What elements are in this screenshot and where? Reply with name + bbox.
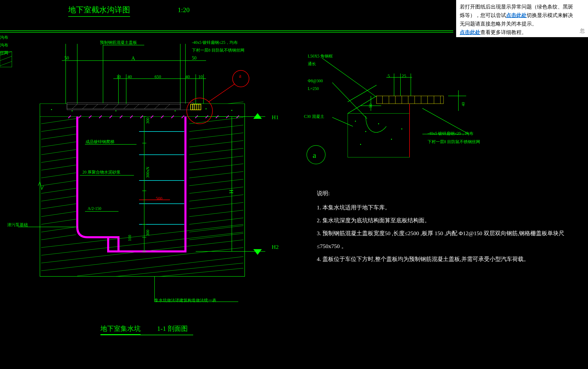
dim-650: 650 xyxy=(155,74,161,79)
detail-l250: L=250 xyxy=(308,86,319,91)
dim-v-300xN: 300xN xyxy=(146,167,150,178)
pump-base-label: 潜污泵基础 xyxy=(7,222,28,228)
dim-40: 40 xyxy=(127,74,132,79)
note-3: 3. 预制钢筋混凝土盖板宽度50 ,长度≤2500 ,板厚 150 ,内配 Φ1… xyxy=(317,229,564,237)
dim-10-r: 10 xyxy=(198,74,203,79)
svg-line-37 xyxy=(189,210,243,217)
svg-line-145 xyxy=(422,108,469,134)
dim-v-300-t: 300 xyxy=(146,118,150,124)
top-dims xyxy=(62,44,206,104)
svg-line-41 xyxy=(41,224,243,248)
svg-line-8 xyxy=(41,126,76,132)
svg-point-124 xyxy=(401,128,402,129)
notes-title: 说明: xyxy=(317,190,330,197)
svg-line-3 xyxy=(0,61,12,66)
note-2: 2. 集水坑深度为底坑结构面算至底板结构面。 xyxy=(317,217,430,224)
svg-line-15 xyxy=(41,181,76,186)
detail-dim-40: 40 xyxy=(461,102,466,106)
svg-line-142 xyxy=(322,58,376,97)
svg-rect-125 xyxy=(377,96,444,104)
H-dim xyxy=(196,113,265,255)
detail-mark-a: a xyxy=(313,151,316,160)
svg-line-33 xyxy=(189,179,243,186)
svg-line-28 xyxy=(189,141,243,147)
svg-line-19 xyxy=(41,211,76,217)
svg-point-55 xyxy=(206,108,207,109)
dim-v-100: 100 xyxy=(127,235,132,241)
dim-50-l: 50 xyxy=(64,55,69,61)
detail-l50: L50X5 角钢框 xyxy=(308,54,333,59)
sub-title: 地下室集水坑 xyxy=(100,324,141,335)
svg-line-21 xyxy=(41,227,76,232)
detail-l50b: 通长 xyxy=(308,61,316,67)
flat-steel-label-b: 下村一层8 目防鼠不锈钢丝网 xyxy=(192,48,244,53)
sump-pit-wall xyxy=(77,117,185,251)
svg-line-22 xyxy=(41,235,76,240)
label-H: H xyxy=(228,190,235,194)
svg-line-16 xyxy=(41,188,76,193)
svg-line-27 xyxy=(189,133,243,139)
svg-line-1 xyxy=(0,52,12,55)
svg-point-119 xyxy=(355,121,356,122)
svg-line-30 xyxy=(189,156,243,162)
detail-phi8: Φ8@300 xyxy=(308,79,323,83)
svg-line-31 xyxy=(189,164,243,170)
dim-40-r: 40 xyxy=(185,74,190,79)
detail-anno-b: 下村一层8 目防鼠不锈钢丝网 xyxy=(428,139,480,145)
detail-dim-50: 50 xyxy=(368,104,373,108)
svg-line-12 xyxy=(41,157,76,162)
svg-line-11 xyxy=(41,150,76,155)
svg-line-17 xyxy=(41,196,76,201)
svg-point-120 xyxy=(365,131,366,132)
svg-point-56 xyxy=(231,110,232,111)
svg-line-7 xyxy=(41,119,76,124)
svg-rect-4 xyxy=(40,104,77,276)
svg-point-52 xyxy=(115,110,116,111)
detail-leader xyxy=(209,84,235,102)
note-1: 1. 本集水坑适用于地下车库。 xyxy=(317,204,390,211)
ladder-rungs xyxy=(139,132,184,224)
callout-a: a xyxy=(239,73,241,79)
svg-point-123 xyxy=(360,144,361,145)
svg-line-13 xyxy=(41,165,76,170)
detail-c30: C30 混凝土 xyxy=(304,114,324,119)
svg-point-54 xyxy=(175,110,176,111)
svg-line-45 xyxy=(77,257,243,276)
ladder-label: 成品镀锌钢爬梯 xyxy=(86,139,114,145)
dim-50-r: 50 xyxy=(192,55,197,61)
dim-v-300-b: 300 xyxy=(146,230,150,236)
svg-line-10 xyxy=(41,142,76,147)
svg-line-14 xyxy=(41,173,76,178)
note-3b: ≤750x750 。 xyxy=(317,242,347,250)
svg-line-143 xyxy=(332,83,367,119)
detail-anno-a: -40x5 镀锌扁钢≤25，均布 xyxy=(428,131,473,136)
svg-point-121 xyxy=(378,123,379,124)
detail-dim-5: 5 xyxy=(388,73,390,79)
left-block xyxy=(0,52,12,67)
svg-line-2 xyxy=(0,56,12,61)
svg-rect-118 xyxy=(348,113,410,157)
svg-line-9 xyxy=(41,134,76,139)
note-4: 4. 盖板位于车位下方时,整个盖板均为预制钢筋混凝土盖板,并需可承受小型汽车荷载… xyxy=(317,255,529,263)
earth-hatch xyxy=(40,102,245,276)
svg-line-38 xyxy=(189,218,243,224)
svg-line-26 xyxy=(189,125,243,132)
svg-line-35 xyxy=(189,195,243,201)
svg-line-34 xyxy=(189,187,243,193)
flat-steel-label-a: -40x5 镀锌扁钢≤25，均布 xyxy=(192,40,238,45)
svg-line-36 xyxy=(189,202,243,209)
svg-line-32 xyxy=(189,171,243,178)
svg-line-40 xyxy=(189,233,243,240)
label-H2: H2 xyxy=(272,244,279,250)
bottom-note: 集水坑做法详建筑构造做法统一表 xyxy=(155,298,216,303)
cover-plate-label: 预制钢筋混凝土盖板 xyxy=(100,40,137,45)
svg-line-18 xyxy=(41,204,76,209)
dim-10-l: 10 xyxy=(116,74,121,79)
svg-line-47 xyxy=(160,268,243,276)
section-label: 1-1 剖面图 xyxy=(157,324,188,333)
detail-dim-25: 25 xyxy=(402,73,406,79)
svg-point-49 xyxy=(51,109,52,110)
svg-line-39 xyxy=(189,226,243,232)
drawing-canvas xyxy=(0,0,588,369)
svg-line-29 xyxy=(189,148,243,155)
